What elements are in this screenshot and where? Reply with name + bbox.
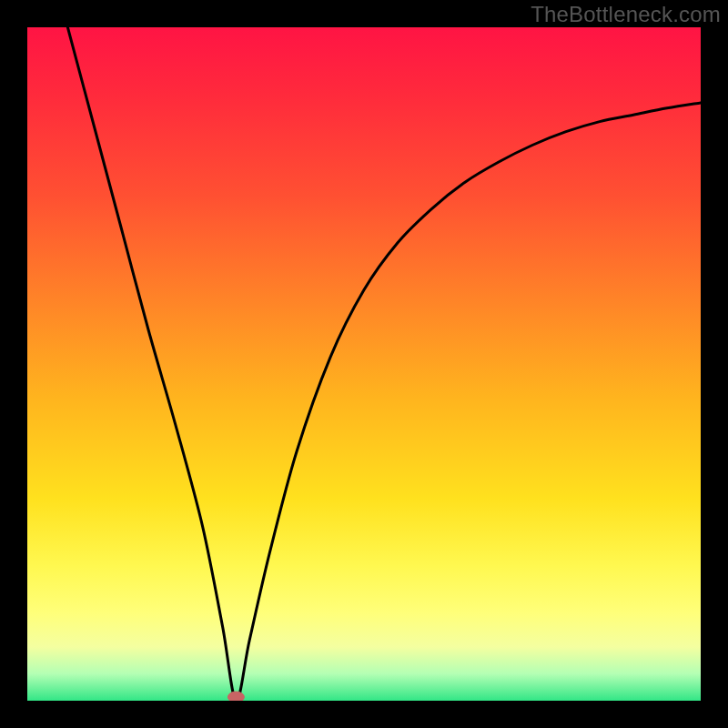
- plot-background: [27, 27, 701, 701]
- chart-frame: TheBottleneck.com: [0, 0, 728, 728]
- minimum-marker: [228, 692, 244, 701]
- watermark-text: TheBottleneck.com: [531, 2, 721, 27]
- bottleneck-plot: [27, 27, 701, 701]
